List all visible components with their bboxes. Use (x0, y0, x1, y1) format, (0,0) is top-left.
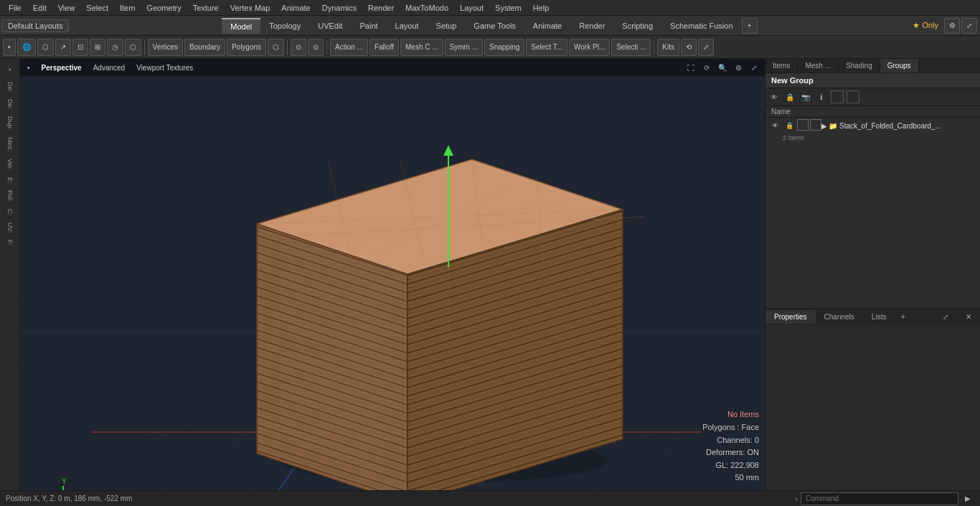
boundary-button[interactable]: Boundary (184, 39, 225, 56)
tool-box-select[interactable]: ⊡ (72, 39, 88, 56)
viewport-dot[interactable]: • (24, 62, 33, 73)
panel-info-icon[interactable]: ℹ (814, 90, 829, 104)
tab-uvedit[interactable]: UVEdit (309, 19, 351, 33)
vertices-button[interactable]: Vertices (148, 39, 184, 56)
zoom-icon[interactable]: 🔍 (716, 61, 729, 74)
viewport[interactable]: • Perspective Advanced Viewport Textures… (20, 59, 765, 490)
sidebar-c[interactable]: C: (5, 206, 15, 218)
mesh-c-button[interactable]: Mesh C ... (400, 39, 443, 56)
sidebar-f[interactable]: F: (5, 237, 15, 248)
panel-render-icon[interactable]: 📷 (798, 90, 813, 104)
menu-view[interactable]: View (52, 2, 81, 14)
menu-render[interactable]: Render (362, 2, 400, 14)
tree-checkbox2[interactable] (810, 119, 821, 131)
tab-animate[interactable]: Animate (524, 19, 570, 33)
selecti-button[interactable]: Selecti ... (611, 39, 651, 56)
reset-icon[interactable]: ⟲ (681, 39, 697, 56)
tab-groups[interactable]: Groups (880, 59, 919, 72)
tab-game-tools[interactable]: Game Tools (465, 19, 524, 33)
bottom-tab-properties[interactable]: Properties (765, 310, 816, 324)
tab-paint[interactable]: Paint (352, 19, 387, 33)
tool-move[interactable]: ↗ (55, 39, 71, 56)
action-button[interactable]: Action ... (330, 39, 368, 56)
settings-icon[interactable]: ⚙ (944, 18, 960, 34)
tool-eye2[interactable]: ⊙ (308, 39, 324, 56)
panel-checkbox1[interactable] (831, 90, 844, 103)
menu-maxtomodo[interactable]: MaxToModo (400, 2, 454, 14)
tab-scripting[interactable]: Scripting (613, 19, 661, 33)
menu-dynamics[interactable]: Dynamics (316, 2, 362, 14)
menu-system[interactable]: System (489, 2, 527, 14)
falloff-button[interactable]: Falloff (369, 39, 399, 56)
tab-mesh[interactable]: Mesh ... (798, 59, 839, 72)
bottom-tab-lists[interactable]: Lists (863, 310, 895, 324)
tool-shape[interactable]: ⬠ (125, 39, 141, 56)
command-run-icon[interactable]: ▶ (961, 492, 974, 505)
tab-render[interactable]: Render (570, 19, 613, 33)
perspective-label[interactable]: Perspective (39, 62, 85, 73)
panel-lock-icon[interactable]: 🔒 (783, 90, 797, 104)
tool-grid[interactable]: ⊞ (90, 39, 105, 56)
sidebar-pol[interactable]: Pol: (5, 187, 15, 205)
tool-lasso[interactable]: ⬡ (37, 39, 54, 56)
menu-file[interactable]: File (3, 2, 27, 14)
menu-edit[interactable]: Edit (27, 2, 52, 14)
tree-item-cardboard[interactable]: 👁 🔒 ▶ 📁 Stack_of_Folded_Cardboard_... (765, 118, 980, 133)
refresh-icon[interactable]: ⟳ (700, 61, 713, 74)
tool-eye[interactable]: ⊙ (291, 39, 306, 56)
panel-checkbox2[interactable] (847, 90, 859, 103)
menu-vertex-map[interactable]: Vertex Map (225, 2, 276, 14)
snapping-button[interactable]: Snapping (484, 39, 524, 56)
expand3-icon[interactable]: ⤢ (748, 61, 760, 74)
settings2-icon[interactable]: ⚙ (732, 61, 745, 74)
tab-items[interactable]: Items (765, 59, 798, 72)
expand-icon[interactable]: ⤢ (961, 18, 977, 34)
bottom-close-icon[interactable]: ✕ (957, 310, 980, 324)
work-pl-button[interactable]: Work Pl... (569, 39, 610, 56)
tree-eye-icon[interactable]: 👁 (768, 119, 781, 132)
select-t-button[interactable]: Select T... (526, 39, 567, 56)
symm-button[interactable]: Symm ... (445, 39, 483, 56)
expand2-icon[interactable]: ⤢ (698, 39, 714, 56)
sidebar-e[interactable]: E: (5, 174, 15, 187)
sidebar-de2[interactable]: De: (5, 96, 15, 112)
star-only-label[interactable]: ★ Only (908, 19, 943, 32)
menu-item[interactable]: Item (114, 2, 141, 14)
menu-animate[interactable]: Animate (275, 2, 316, 14)
layout-dropdown[interactable]: Default Layouts (1, 19, 69, 32)
kits-button[interactable]: Kits (657, 39, 679, 56)
tab-layout[interactable]: Layout (387, 19, 428, 33)
menu-help[interactable]: Help (527, 2, 555, 14)
tool-dot[interactable]: • (3, 39, 16, 56)
menu-select[interactable]: Select (80, 2, 114, 14)
panel-eye-icon[interactable]: 👁 (767, 90, 781, 104)
polygons-button[interactable]: Polygons (227, 39, 266, 56)
tool-rotate[interactable]: ◷ (107, 39, 123, 56)
menu-layout[interactable]: Layout (454, 2, 489, 14)
menu-geometry[interactable]: Geometry (141, 2, 187, 14)
bottom-tab-channels[interactable]: Channels (816, 310, 863, 324)
sidebar-dot[interactable]: • (2, 62, 18, 78)
sidebar-de1[interactable]: De: (5, 79, 15, 95)
bottom-expand-icon[interactable]: ⤢ (934, 310, 957, 324)
tool-globe[interactable]: 🌐 (17, 39, 36, 56)
tree-expand-arrow[interactable]: ▶ (821, 122, 827, 130)
tool-hex[interactable]: ⬡ (268, 39, 284, 56)
command-input[interactable] (801, 492, 958, 505)
sidebar-ver[interactable]: Ver: (5, 156, 15, 173)
tree-lock-icon[interactable]: 🔒 (783, 119, 796, 132)
sidebar-dup[interactable]: Dup: (5, 113, 15, 133)
tab-schematic-fusion[interactable]: Schematic Fusion (661, 19, 741, 33)
tab-setup[interactable]: Setup (428, 19, 466, 33)
tab-shading[interactable]: Shading (839, 59, 880, 72)
advanced-label[interactable]: Advanced (90, 62, 128, 73)
sidebar-mesh[interactable]: Mes: (5, 134, 15, 154)
menu-texture[interactable]: Texture (187, 2, 225, 14)
tree-checkbox1[interactable] (797, 119, 809, 131)
viewport-textures-label[interactable]: Viewport Textures (133, 62, 196, 73)
add-tab-button[interactable]: + (742, 18, 758, 34)
tab-model[interactable]: Model (222, 18, 260, 34)
camera-icon[interactable]: ⛶ (684, 61, 697, 74)
sidebar-uv[interactable]: UV: (5, 220, 15, 236)
bottom-tab-add[interactable]: + (895, 309, 910, 324)
